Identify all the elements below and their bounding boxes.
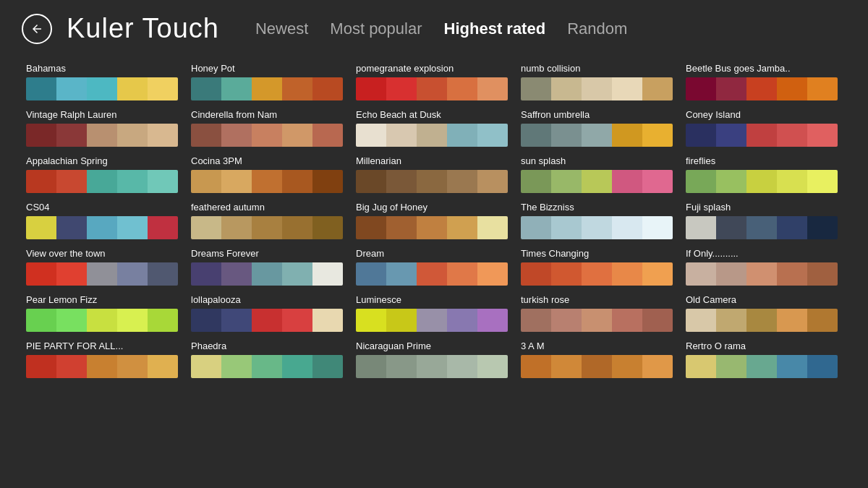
palette-item[interactable]: feathered autumn (187, 197, 352, 244)
palette-item[interactable]: Cocina 3PM (187, 151, 352, 197)
palette-item[interactable]: Dreams Forever (187, 244, 352, 290)
color-swatches (26, 216, 178, 239)
palette-item[interactable]: Rertro O rama (681, 336, 846, 382)
color-swatch (477, 262, 508, 286)
palette-item[interactable]: Beetle Bus goes Jamba.. (681, 59, 846, 105)
color-swatch (282, 170, 312, 193)
color-swatch (521, 170, 551, 193)
color-swatch (386, 262, 417, 286)
color-swatch (26, 124, 56, 147)
color-swatch (746, 216, 777, 239)
color-swatch (807, 355, 838, 378)
palette-item[interactable]: If Only.......... (681, 244, 846, 290)
palette-item[interactable]: Vintage Ralph Lauren (22, 105, 187, 151)
palette-item[interactable]: Phaedra (187, 336, 352, 382)
palette-item[interactable]: View over the town (22, 244, 187, 290)
color-swatch (582, 355, 612, 378)
nav-bar: Newest Most popular Highest rated Random (255, 20, 627, 38)
color-swatch (521, 262, 551, 286)
color-swatches (356, 124, 508, 147)
color-swatch (777, 77, 807, 100)
palette-item[interactable]: The Bizzniss (516, 197, 681, 244)
palette-name: Appalachian Spring (26, 155, 178, 166)
palette-item[interactable]: Bahamas (22, 59, 187, 105)
color-swatch (642, 309, 673, 332)
palette-item[interactable]: Echo Beach at Dusk (352, 105, 516, 151)
color-swatch (612, 124, 642, 147)
palette-item[interactable]: Times Changing (516, 244, 681, 290)
color-swatch (386, 309, 417, 332)
nav-newest[interactable]: Newest (255, 20, 308, 38)
color-swatch (312, 124, 343, 147)
color-swatch (477, 124, 508, 147)
color-swatch (612, 216, 642, 239)
nav-most-popular[interactable]: Most popular (330, 20, 422, 38)
color-swatch (312, 77, 343, 100)
palette-item[interactable]: Appalachian Spring (22, 151, 187, 197)
palette-item[interactable]: Saffron umbrella (516, 105, 681, 151)
color-swatch (777, 216, 807, 239)
nav-highest-rated[interactable]: Highest rated (444, 20, 546, 38)
color-swatch (386, 124, 417, 147)
color-swatch (807, 309, 838, 332)
palette-name: Honey Pot (191, 63, 343, 74)
palette-item[interactable]: PIE PARTY FOR ALL... (22, 336, 187, 382)
palette-item[interactable]: sun splash (516, 151, 681, 197)
color-swatch (191, 355, 221, 378)
palette-item[interactable]: CS04 (22, 197, 187, 244)
color-swatch (386, 77, 417, 100)
palette-item[interactable]: fireflies (681, 151, 846, 197)
color-swatch (26, 216, 56, 239)
color-swatches (191, 262, 343, 286)
color-swatch (807, 77, 838, 100)
color-swatch (551, 124, 582, 147)
color-swatch (56, 262, 87, 286)
color-swatch (582, 309, 612, 332)
color-swatch (148, 216, 178, 239)
app-header: Kuler Touch Newest Most popular Highest … (0, 0, 868, 51)
palette-item[interactable]: Cinderella from Nam (187, 105, 352, 151)
color-swatch (746, 355, 777, 378)
nav-random[interactable]: Random (567, 20, 627, 38)
color-swatch (252, 216, 282, 239)
palette-item[interactable]: Coney Island (681, 105, 846, 151)
color-swatch (612, 262, 642, 286)
palette-item[interactable]: pomegranate explosion (352, 59, 516, 105)
palette-item[interactable]: Big Jug of Honey (352, 197, 516, 244)
palette-item[interactable]: lollapalooza (187, 290, 352, 336)
palette-name: View over the town (26, 248, 178, 259)
palette-item[interactable]: Dream (352, 244, 516, 290)
color-swatch (716, 216, 746, 239)
color-swatch (148, 170, 178, 193)
color-swatch (26, 309, 56, 332)
palette-item[interactable]: Nicaraguan Prime (352, 336, 516, 382)
color-swatch (686, 216, 716, 239)
palette-item[interactable]: Luminesce (352, 290, 516, 336)
palette-item[interactable]: Old Camera (681, 290, 846, 336)
palette-name: Luminesce (356, 294, 508, 305)
palette-item[interactable]: Honey Pot (187, 59, 352, 105)
palette-item[interactable]: numb collision (516, 59, 681, 105)
palette-name: Millenarian (356, 155, 508, 166)
palette-item[interactable]: 3 A M (516, 336, 681, 382)
palette-name: Times Changing (521, 248, 673, 259)
color-swatch (356, 216, 386, 239)
color-swatch (642, 170, 673, 193)
palette-item[interactable]: Fuji splash (681, 197, 846, 244)
palette-item[interactable]: turkish rose (516, 290, 681, 336)
color-swatch (356, 262, 386, 286)
color-swatches (26, 170, 178, 193)
color-swatch (221, 262, 252, 286)
color-swatch (777, 124, 807, 147)
color-swatch (716, 124, 746, 147)
color-swatch (56, 355, 87, 378)
color-swatch (807, 262, 838, 286)
color-swatches (356, 262, 508, 286)
color-swatch (282, 355, 312, 378)
palette-item[interactable]: Pear Lemon Fizz (22, 290, 187, 336)
color-swatch (807, 170, 838, 193)
palette-item[interactable]: Millenarian (352, 151, 516, 197)
back-button[interactable] (22, 14, 52, 44)
color-swatch (582, 216, 612, 239)
palette-name: Dream (356, 248, 508, 259)
